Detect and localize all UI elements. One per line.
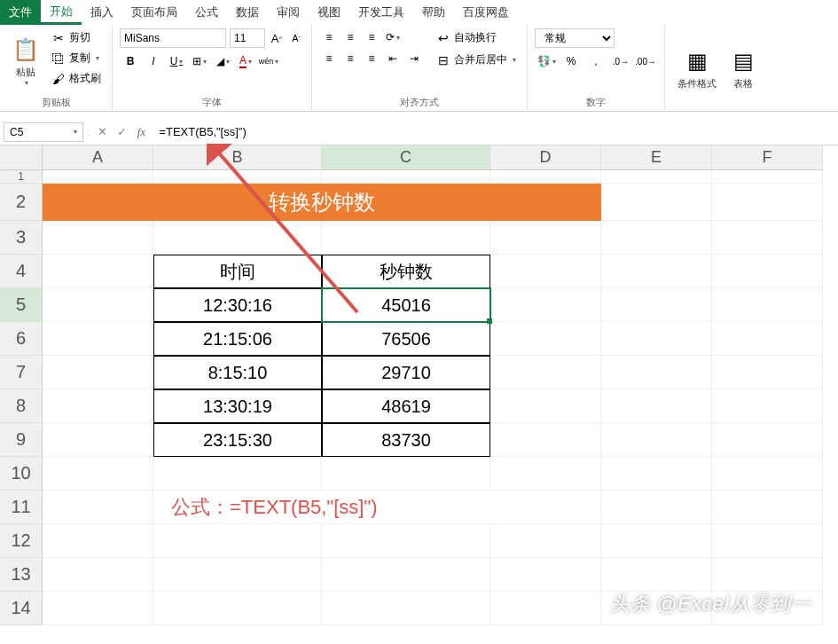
cell[interactable] xyxy=(712,288,823,322)
cell-b6[interactable]: 21:15:06 xyxy=(153,322,322,356)
row-header-13[interactable]: 13 xyxy=(0,558,43,592)
menu-review[interactable]: 审阅 xyxy=(268,0,309,25)
format-painter-button[interactable]: 🖌格式刷 xyxy=(48,69,105,88)
cell[interactable] xyxy=(490,524,601,558)
cell[interactable] xyxy=(490,356,601,389)
menu-formulas[interactable]: 公式 xyxy=(186,0,227,25)
formula-note[interactable]: 公式：=TEXT(B5,"[ss]") xyxy=(153,491,490,524)
underline-button[interactable]: U▾ xyxy=(166,51,187,71)
wrap-text-button[interactable]: ↩自动换行 xyxy=(433,28,520,47)
cell[interactable] xyxy=(601,221,712,255)
increase-font-button[interactable]: A^ xyxy=(269,29,285,47)
row-header-11[interactable]: 11 xyxy=(0,491,43,524)
cell[interactable] xyxy=(322,221,490,255)
cell[interactable] xyxy=(601,322,712,356)
cell[interactable] xyxy=(43,558,153,592)
row-header-12[interactable]: 12 xyxy=(0,524,43,558)
format-table-button[interactable]: ▤ 表格 xyxy=(725,28,761,109)
copy-button[interactable]: ⿻复制▾ xyxy=(48,49,105,67)
table-header-time[interactable]: 时间 xyxy=(153,255,322,288)
col-header-E[interactable]: E xyxy=(601,145,712,170)
select-all-corner[interactable] xyxy=(0,145,43,170)
font-size-select[interactable] xyxy=(230,28,265,48)
cell[interactable] xyxy=(712,184,823,221)
cell[interactable] xyxy=(322,558,490,592)
row-header-4[interactable]: 4 xyxy=(0,255,43,288)
row-header-1[interactable]: 1 xyxy=(0,170,43,184)
menu-file[interactable]: 文件 xyxy=(0,0,41,25)
col-header-C[interactable]: C xyxy=(322,145,490,170)
cell[interactable] xyxy=(322,592,490,625)
menu-help[interactable]: 帮助 xyxy=(413,0,454,25)
phonetic-button[interactable]: wén▾ xyxy=(258,51,279,71)
cell-c5-selected[interactable]: 45016 xyxy=(322,288,490,322)
cell[interactable] xyxy=(712,457,823,491)
cell[interactable] xyxy=(153,558,322,592)
percent-button[interactable]: % xyxy=(560,51,583,71)
align-center-button[interactable]: ≡ xyxy=(341,50,360,67)
cell[interactable] xyxy=(712,558,823,592)
cell[interactable] xyxy=(490,389,601,423)
cell[interactable] xyxy=(601,184,712,221)
cell[interactable] xyxy=(490,322,601,356)
bold-button[interactable]: B xyxy=(120,51,141,71)
row-header-6[interactable]: 6 xyxy=(0,322,43,356)
cell[interactable] xyxy=(43,221,153,255)
align-middle-button[interactable]: ≡ xyxy=(341,28,360,46)
number-format-select[interactable]: 常规 xyxy=(535,28,615,48)
align-right-button[interactable]: ≡ xyxy=(362,50,381,67)
align-top-button[interactable]: ≡ xyxy=(319,28,339,46)
cell[interactable] xyxy=(153,457,322,491)
row-header-5[interactable]: 5 xyxy=(0,288,43,322)
confirm-formula-button[interactable]: ✓ xyxy=(113,123,130,141)
formula-input[interactable] xyxy=(153,123,834,140)
italic-button[interactable]: I xyxy=(143,51,164,71)
cell-b5[interactable]: 12:30:16 xyxy=(153,288,322,322)
menu-home[interactable]: 开始 xyxy=(41,0,82,25)
cell[interactable] xyxy=(43,423,153,457)
cut-button[interactable]: ✂剪切 xyxy=(48,28,105,47)
col-header-D[interactable]: D xyxy=(490,145,601,170)
cell[interactable] xyxy=(712,221,823,255)
orientation-button[interactable]: ⟳▾ xyxy=(383,28,403,46)
cell[interactable] xyxy=(490,170,601,184)
cell[interactable] xyxy=(43,322,153,356)
row-header-2[interactable]: 2 xyxy=(0,184,43,221)
fx-icon[interactable]: fx xyxy=(132,123,150,141)
cell[interactable] xyxy=(490,491,601,524)
cell[interactable] xyxy=(43,288,153,322)
cell[interactable] xyxy=(601,288,712,322)
cell[interactable] xyxy=(601,356,712,389)
cell[interactable] xyxy=(601,457,712,491)
menu-data[interactable]: 数据 xyxy=(227,0,268,25)
menu-insert[interactable]: 插入 xyxy=(82,0,122,25)
paste-button[interactable]: 📋 粘贴 ▾ xyxy=(7,28,44,94)
table-header-seconds[interactable]: 秒钟数 xyxy=(322,255,490,288)
cell[interactable] xyxy=(712,389,823,423)
cell[interactable] xyxy=(712,423,823,457)
cell[interactable] xyxy=(490,423,601,457)
cell[interactable] xyxy=(601,170,712,184)
cell[interactable] xyxy=(601,255,712,288)
conditional-format-button[interactable]: ▦ 条件格式 xyxy=(672,28,722,109)
menu-baidu[interactable]: 百度网盘 xyxy=(454,0,518,25)
cell-b8[interactable]: 13:30:19 xyxy=(153,389,322,423)
cell[interactable] xyxy=(153,592,322,625)
font-color-button[interactable]: A▾ xyxy=(235,51,256,71)
decrease-indent-button[interactable]: ⇤ xyxy=(383,50,403,67)
title-banner[interactable]: 转换秒钟数 xyxy=(43,184,601,221)
cell[interactable] xyxy=(43,491,153,524)
cell[interactable] xyxy=(712,356,823,389)
cell[interactable] xyxy=(322,457,490,491)
cell[interactable] xyxy=(153,170,322,184)
cell[interactable] xyxy=(153,524,322,558)
row-header-9[interactable]: 9 xyxy=(0,423,43,457)
menu-developer[interactable]: 开发工具 xyxy=(349,0,413,25)
fill-color-button[interactable]: ◢▾ xyxy=(212,51,233,71)
menu-page-layout[interactable]: 页面布局 xyxy=(122,0,186,25)
cell[interactable] xyxy=(322,170,490,184)
cell[interactable] xyxy=(712,255,823,288)
col-header-B[interactable]: B xyxy=(153,145,322,170)
comma-button[interactable]: , xyxy=(584,51,607,71)
cancel-formula-button[interactable]: ✕ xyxy=(93,123,111,141)
